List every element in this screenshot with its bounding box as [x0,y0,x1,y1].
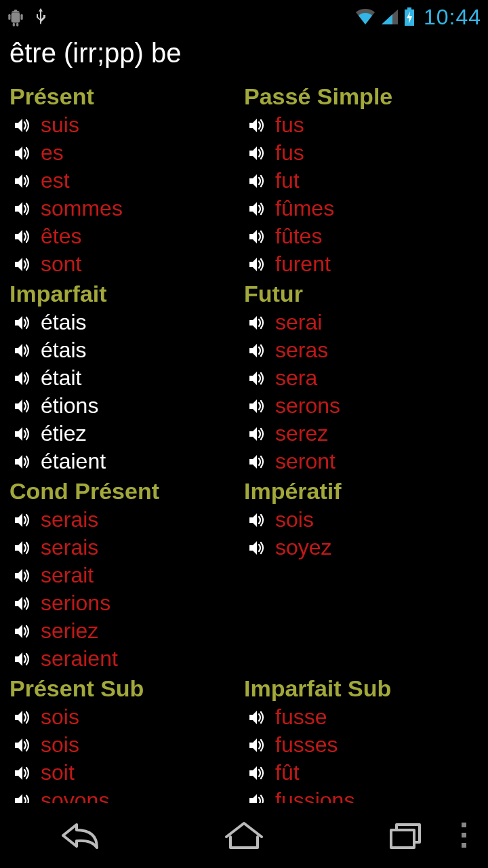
conjugation-row[interactable]: serais [9,506,244,534]
conjugation-word: seriez [41,618,98,644]
speaker-icon[interactable] [12,510,33,530]
conjugation-row[interactable]: sois [9,731,244,759]
conjugation-row[interactable]: était [9,364,244,392]
speaker-icon[interactable] [12,593,33,614]
conjugation-row[interactable]: êtes [9,222,244,250]
speaker-icon[interactable] [247,226,267,247]
conjugation-word: êtes [41,224,81,249]
conjugation-row[interactable]: serait [9,561,244,589]
speaker-icon[interactable] [247,735,267,755]
conjugation-row[interactable]: étaient [9,448,244,475]
speaker-icon[interactable] [247,510,267,530]
conjugation-row[interactable]: fus [244,111,479,139]
conjugation-row[interactable]: serez [244,420,479,448]
conjugation-row[interactable]: fût [244,759,479,787]
menu-button[interactable] [450,811,477,859]
speaker-icon[interactable] [12,254,33,275]
conjugation-word: serez [275,421,328,446]
recent-apps-button[interactable] [366,812,447,859]
signal-icon [380,8,399,26]
speaker-icon[interactable] [247,424,267,444]
speaker-icon[interactable] [12,621,33,642]
speaker-icon[interactable] [247,707,267,728]
conjugation-row[interactable]: serions [9,589,244,617]
conjugation-row[interactable]: étiez [9,420,244,448]
conjugation-row[interactable]: est [9,167,244,195]
conjugation-row[interactable]: sera [244,364,479,392]
conjugation-row[interactable]: étais [9,309,244,336]
conjugation-row[interactable]: fûtes [244,222,479,250]
conjugation-word: étions [41,393,98,418]
speaker-icon[interactable] [247,254,267,275]
speaker-icon[interactable] [12,199,33,219]
conjugation-row[interactable]: es [9,139,244,167]
conjugation-row[interactable]: sont [9,250,244,278]
conjugation-row[interactable]: seraient [9,645,244,673]
speaker-icon[interactable] [12,566,33,586]
speaker-icon[interactable] [247,452,267,472]
speaker-icon[interactable] [247,313,267,333]
speaker-icon[interactable] [12,226,33,247]
conjugation-word: fusses [275,732,338,757]
wifi-icon [354,8,376,26]
status-time: 10:44 [424,5,481,30]
speaker-icon[interactable] [12,313,33,333]
conjugation-row[interactable]: sommes [9,195,244,222]
section-header: Présent Sub [9,675,244,702]
home-button[interactable] [203,812,285,859]
speaker-icon[interactable] [247,368,267,389]
speaker-icon[interactable] [247,171,267,191]
speaker-icon[interactable] [12,707,33,728]
conjugation-row[interactable]: sois [244,506,479,534]
speaker-icon[interactable] [12,649,33,669]
conjugation-word: seras [275,338,328,363]
conjugation-row[interactable]: fusses [244,731,479,759]
conjugation-row[interactable]: fus [244,139,479,167]
conjugation-row[interactable]: sois [9,703,244,731]
speaker-icon[interactable] [12,763,33,783]
status-right: 10:44 [354,5,481,30]
speaker-icon[interactable] [247,763,267,783]
conjugation-word: fusse [275,705,327,730]
conjugation-row[interactable]: fusse [244,703,479,731]
speaker-icon[interactable] [12,452,33,472]
speaker-icon[interactable] [12,538,33,558]
section-header: Présent [9,83,244,110]
speaker-icon[interactable] [12,171,33,191]
speaker-icon[interactable] [247,143,267,163]
section-header: Impératif [244,478,479,505]
conjugation-row[interactable]: serais [9,534,244,561]
speaker-icon[interactable] [247,340,267,361]
speaker-icon[interactable] [12,115,33,136]
conjugation-word: suis [41,113,79,138]
conjugation-word: sera [275,366,317,391]
conjugation-row[interactable]: étais [9,336,244,364]
conjugation-row[interactable]: soyez [244,534,479,561]
speaker-icon[interactable] [12,396,33,416]
conjugation-row[interactable]: soit [9,759,244,787]
speaker-icon[interactable] [247,115,267,136]
conjugation-row[interactable]: suis [9,111,244,139]
speaker-icon[interactable] [12,340,33,361]
conjugation-row[interactable]: seras [244,336,479,364]
conjugation-word: serons [275,393,340,418]
speaker-icon[interactable] [247,538,267,558]
svg-rect-4 [16,23,18,26]
speaker-icon[interactable] [12,424,33,444]
back-button[interactable] [41,812,122,859]
speaker-icon[interactable] [247,199,267,219]
navigation-bar [0,803,488,868]
conjugation-row[interactable]: fûmes [244,195,479,222]
conjugation-row[interactable]: serai [244,309,479,336]
conjugation-row[interactable]: étions [9,392,244,420]
speaker-icon[interactable] [12,368,33,389]
conjugation-row[interactable]: furent [244,250,479,278]
speaker-icon[interactable] [247,396,267,416]
conjugation-word: étaient [41,449,106,474]
conjugation-row[interactable]: serons [244,392,479,420]
conjugation-row[interactable]: fut [244,167,479,195]
speaker-icon[interactable] [12,735,33,755]
conjugation-row[interactable]: seriez [9,617,244,645]
conjugation-row[interactable]: seront [244,448,479,475]
speaker-icon[interactable] [12,143,33,163]
